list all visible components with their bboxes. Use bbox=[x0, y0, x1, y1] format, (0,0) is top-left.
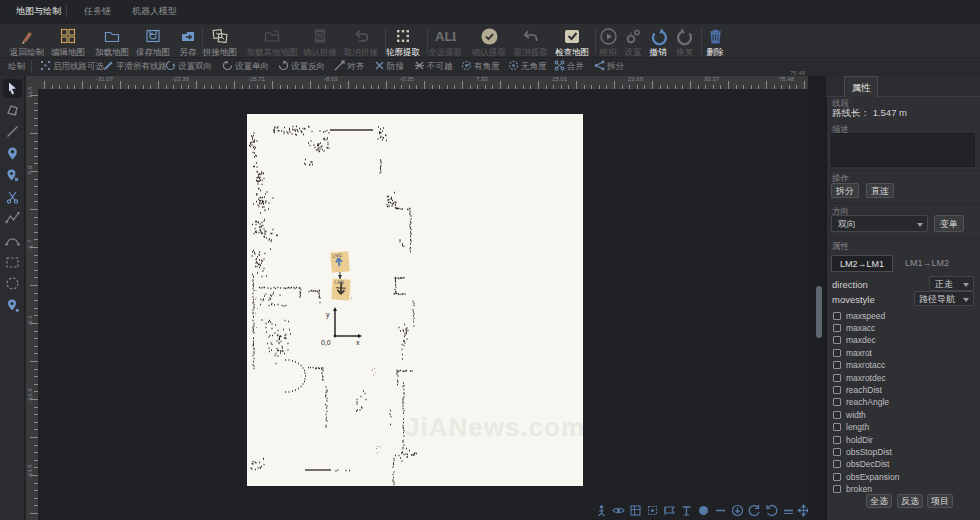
svg-text:ALL: ALL bbox=[435, 29, 456, 44]
svg-text:0,0: 0,0 bbox=[321, 339, 331, 346]
svg-text:JiANews.com: JiANews.com bbox=[405, 412, 583, 442]
svg-text:LM2: LM2 bbox=[334, 279, 344, 286]
svg-text:x: x bbox=[356, 339, 360, 346]
svg-text:LM1: LM1 bbox=[332, 252, 342, 259]
svg-text:y: y bbox=[326, 311, 330, 319]
